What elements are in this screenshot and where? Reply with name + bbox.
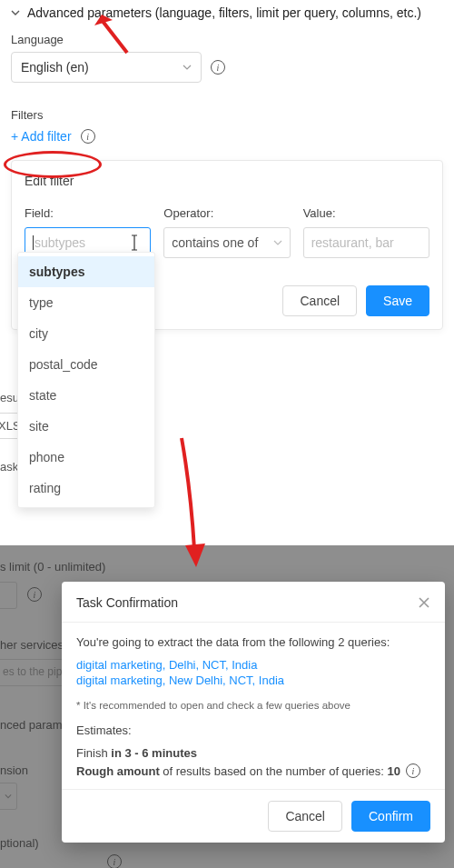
field-label: Field: bbox=[25, 206, 151, 220]
cancel-button[interactable]: Cancel bbox=[268, 801, 342, 832]
suggestion-item[interactable]: subtypes bbox=[18, 256, 154, 287]
suggestion-item[interactable]: city bbox=[18, 318, 154, 349]
suggestion-item[interactable]: phone bbox=[18, 442, 154, 473]
query-link[interactable]: digital marketing, Delhi, NCT, India bbox=[76, 658, 430, 672]
value-input[interactable]: restaurant, bar bbox=[303, 227, 429, 258]
value-label: Value: bbox=[303, 206, 429, 220]
close-icon[interactable] bbox=[418, 596, 430, 609]
suggestion-item[interactable]: site bbox=[18, 411, 154, 442]
suggestion-item[interactable]: postal_code bbox=[18, 349, 154, 380]
language-label: Language bbox=[11, 33, 443, 46]
suggestion-item[interactable]: state bbox=[18, 380, 154, 411]
info-icon[interactable]: i bbox=[211, 60, 225, 75]
text-cursor-icon bbox=[128, 234, 141, 252]
query-link[interactable]: digital marketing, New Delhi, NCT, India bbox=[76, 673, 430, 687]
info-icon[interactable]: i bbox=[406, 763, 420, 778]
edit-filter-panel: Edit filter Field: subtypes Operator: co… bbox=[11, 160, 443, 330]
language-select[interactable]: English (en) bbox=[11, 52, 202, 83]
modal-note: * It's recommended to open and check a f… bbox=[76, 700, 430, 711]
field-suggestions-dropdown: subtypes type city postal_code state sit… bbox=[17, 252, 155, 508]
edit-filter-title: Edit filter bbox=[25, 174, 429, 188]
info-icon[interactable]: i bbox=[81, 129, 95, 144]
operator-select[interactable]: contains one of bbox=[163, 227, 290, 258]
operator-label: Operator: bbox=[163, 206, 290, 220]
rough-amount-estimate: Rough amount of results based on the num… bbox=[76, 763, 430, 778]
advanced-parameters-title: Advanced parameters (language, filters, … bbox=[27, 5, 421, 20]
field-placeholder: subtypes bbox=[35, 235, 85, 250]
modal-intro: You're going to extract the data from th… bbox=[76, 635, 430, 649]
bg-fragment: ask bbox=[0, 460, 18, 474]
operator-value: contains one of bbox=[172, 235, 258, 250]
save-button[interactable]: Save bbox=[366, 285, 429, 316]
caret-down-icon bbox=[11, 8, 20, 17]
task-confirmation-modal: Task Confirmation You're going to extrac… bbox=[62, 582, 445, 843]
advanced-parameters-header[interactable]: Advanced parameters (language, filters, … bbox=[11, 5, 443, 20]
estimates-label: Estimates: bbox=[76, 723, 430, 737]
add-filter-button[interactable]: + Add filter bbox=[11, 129, 72, 144]
filters-label: Filters bbox=[11, 108, 443, 122]
confirm-button[interactable]: Confirm bbox=[351, 801, 430, 832]
chevron-down-icon bbox=[273, 238, 282, 247]
finish-estimate: Finish in 3 - 6 minutes bbox=[76, 746, 430, 760]
suggestion-item[interactable]: type bbox=[18, 287, 154, 318]
suggestion-item[interactable]: rating bbox=[18, 473, 154, 504]
language-value: English (en) bbox=[21, 60, 89, 75]
cancel-button[interactable]: Cancel bbox=[282, 285, 357, 316]
modal-title: Task Confirmation bbox=[76, 595, 178, 610]
value-placeholder: restaurant, bar bbox=[311, 235, 394, 250]
chevron-down-icon bbox=[183, 63, 192, 72]
